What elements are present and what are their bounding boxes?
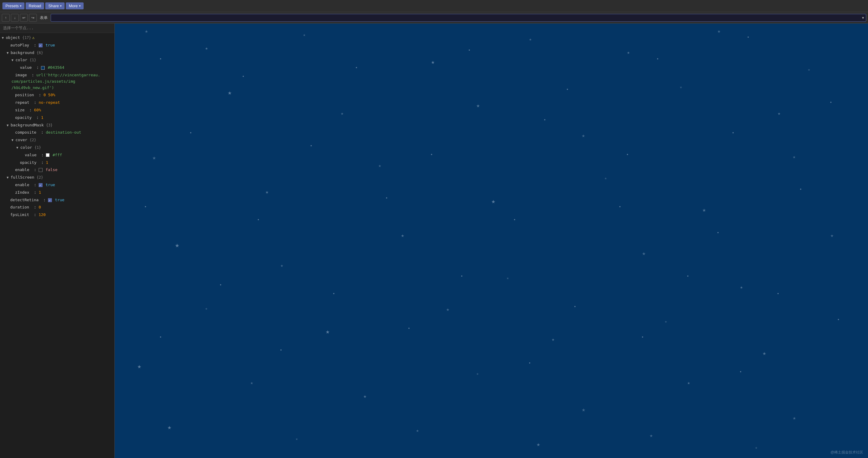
checkbox-icon[interactable] [39,43,42,47]
tree-meta: {1} [34,145,41,150]
star-icon: ★ [808,67,810,72]
tree-key: backgroundMask [10,123,44,127]
star-dot-icon [642,336,643,338]
tree-item[interactable]: enable : true [0,181,114,189]
form-label: 表单 [38,15,50,21]
share-button[interactable]: Share ▾ [45,2,65,9]
star-dot-icon [243,76,244,77]
tree-item[interactable]: value : #fff [0,152,114,159]
tree-key: composite [15,130,36,135]
reload-label: Reload [29,4,41,8]
star-dot-icon [160,58,161,59]
tree-item[interactable]: duration : 0 [0,204,114,211]
tree-arrow-icon[interactable]: ▼ [7,175,10,179]
star-dot-icon [687,275,688,277]
search-input[interactable] [52,15,861,20]
tree-arrow-icon[interactable]: ▼ [11,58,16,62]
tree-meta: {3} [46,123,53,127]
star-icon: ★ [416,428,419,433]
color-swatch[interactable] [41,66,45,70]
tree-value: 60% [34,108,41,112]
tree-item[interactable]: detectRetina : true [0,196,114,204]
tree-arrow-icon[interactable]: ▼ [7,123,10,127]
star-icon: ★ [650,432,653,438]
star-icon: ★ [326,328,330,335]
star-dot-icon [408,328,409,329]
star-icon: ★ [664,319,667,324]
tree-item[interactable]: opacity : 1 [0,114,114,122]
nav-up-button[interactable]: ↑ [2,14,10,22]
tree-value: destination-out [46,130,81,135]
tree-value: 1 [39,190,41,195]
star-icon: ★ [763,349,766,357]
star-dot-icon [619,206,621,207]
nav-down-button[interactable]: ↓ [11,14,19,22]
tree-item[interactable]: image : url('http://vincentgarreau. com/… [0,71,114,91]
tree-item[interactable]: ▼ object {17}⚠ [0,34,114,42]
tree-item[interactable]: value : #043564 [0,64,114,71]
tree-key: zIndex [15,190,29,195]
tree-item[interactable]: autoPlay : true [0,42,114,49]
tree-value: 1 [46,160,48,165]
star-icon: ★ [250,380,253,386]
redo-button[interactable]: ↪ [29,14,37,22]
tree-key: size [15,108,25,112]
tree-item[interactable]: zIndex : 1 [0,189,114,196]
node-placeholder: 选择一个节点... [0,24,114,33]
tree-key: background [10,51,34,55]
presets-button[interactable]: Presets ▾ [2,2,25,9]
tree-container: ▼ object {17}⚠autoPlay : true▼ backgroun… [0,33,114,220]
share-label: Share [48,4,59,8]
tree-item[interactable]: enable : false [0,166,114,174]
star-dot-icon [800,189,801,190]
star-dot-icon [333,293,334,294]
tree-item[interactable]: position : 0 50% [0,91,114,99]
star-dot-icon [190,132,191,133]
tree-item[interactable]: ▼ cover {2} [0,136,114,144]
checkbox-icon[interactable] [39,183,42,187]
reload-button[interactable]: Reload [26,2,44,9]
star-icon: ★ [793,415,796,421]
checkbox-icon[interactable] [48,198,52,202]
tree-item[interactable]: opacity : 1 [0,159,114,167]
star-dot-icon [574,306,576,307]
star-dot-icon [160,336,161,338]
tree-arrow-icon[interactable]: ▼ [11,138,16,142]
star-icon: ★ [687,380,690,386]
tree-arrow-icon[interactable]: ▼ [16,146,20,150]
tree-value: #fff [50,153,62,157]
more-button[interactable]: More ▾ [66,2,84,9]
tree-item[interactable]: ▼ color {1} [0,57,114,64]
main-toolbar: Presets ▾ Reload Share ▾ More ▾ [0,0,868,12]
star-dot-icon [145,206,146,207]
star-dot-icon [529,362,530,364]
tree-value: 1 [41,115,43,120]
star-dot-icon [777,293,779,294]
color-swatch[interactable] [46,153,50,157]
tree-item[interactable]: ▼ color {1} [0,144,114,152]
tree-item[interactable]: size : 60% [0,106,114,114]
tree-item[interactable]: ▼ backgroundMask {3} [0,122,114,129]
star-icon: ★ [755,445,757,450]
search-dropdown-button[interactable]: ▼ [861,16,865,20]
tree-key: fullScreen [10,175,34,179]
checkbox-icon[interactable] [39,168,42,172]
star-dot-icon [627,154,628,155]
star-dot-icon [356,67,357,68]
star-icon: ★ [205,306,208,311]
tree-meta: {17} [22,36,31,40]
star-icon: ★ [537,440,540,448]
star-dot-icon [717,232,719,233]
undo-button[interactable]: ↩ [20,14,28,22]
tree-arrow-icon[interactable]: ▼ [7,51,10,55]
tree-item[interactable]: composite : destination-out [0,129,114,136]
presets-arrow-icon: ▾ [20,4,22,7]
tree-item[interactable]: ▼ fullScreen {2} [0,174,114,181]
tree-item[interactable]: fpsLimit : 120 [0,211,114,219]
tree-item[interactable]: ▼ background {6} [0,49,114,57]
star-icon: ★ [227,89,231,96]
tree-arrow-icon[interactable]: ▼ [2,36,6,40]
star-icon: ★ [145,28,148,34]
star-icon: ★ [205,45,208,51]
tree-item[interactable]: repeat : no-repeat [0,99,114,106]
